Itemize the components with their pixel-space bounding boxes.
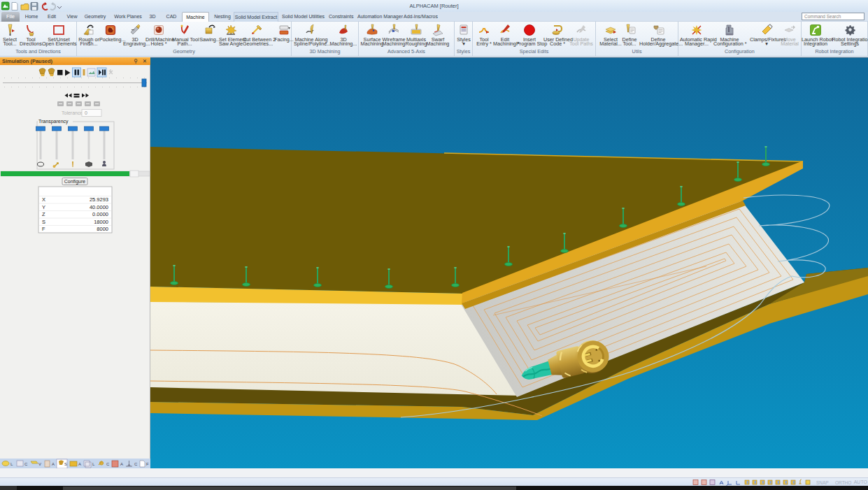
svg-text:S: S bbox=[42, 219, 45, 225]
svg-text:F: F bbox=[42, 226, 45, 232]
svg-text:18000: 18000 bbox=[94, 219, 108, 225]
svg-text:F: F bbox=[146, 462, 149, 466]
svg-text:Y: Y bbox=[42, 204, 45, 210]
svg-text:40.0000: 40.0000 bbox=[90, 204, 108, 210]
svg-text:0: 0 bbox=[85, 110, 87, 115]
svg-text:8000: 8000 bbox=[97, 226, 108, 232]
svg-text:Tolerance: Tolerance bbox=[62, 110, 83, 115]
svg-text:25.9293: 25.9293 bbox=[90, 196, 108, 203]
svg-text:A: A bbox=[78, 462, 81, 466]
svg-text:Z: Z bbox=[42, 211, 45, 217]
svg-text:C: C bbox=[106, 462, 110, 466]
svg-text:0.0000: 0.0000 bbox=[92, 211, 108, 217]
svg-text:SNAP: SNAP bbox=[816, 480, 829, 485]
svg-text:A: A bbox=[120, 462, 123, 466]
svg-text:S: S bbox=[64, 462, 67, 466]
svg-text:ORTHO: ORTHO bbox=[835, 480, 851, 485]
svg-text:C: C bbox=[24, 462, 28, 466]
svg-text:X: X bbox=[42, 196, 45, 203]
svg-text:Configure: Configure bbox=[64, 179, 85, 185]
svg-text:L: L bbox=[10, 462, 13, 466]
svg-text:C: C bbox=[134, 462, 138, 466]
svg-text:A: A bbox=[52, 462, 55, 466]
svg-text:V: V bbox=[38, 462, 41, 466]
svg-text:L: L bbox=[92, 462, 95, 466]
svg-text:Transparency: Transparency bbox=[38, 119, 69, 124]
